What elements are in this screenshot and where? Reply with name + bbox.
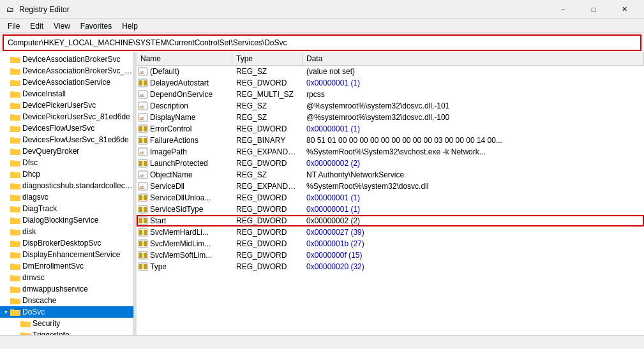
title-text: Registry Editor: [19, 5, 548, 14]
tree-item[interactable]: DialogBlockingService: [0, 214, 133, 226]
minimize-button[interactable]: −: [548, 0, 578, 19]
table-row[interactable]: TypeREG_DWORD0x00000020 (32): [137, 261, 644, 272]
menu-item-help[interactable]: Help: [117, 20, 143, 32]
svg-rect-53: [139, 80, 142, 85]
tree-item[interactable]: ▾DoSvc: [0, 306, 133, 318]
tree-item[interactable]: DiagTrack: [0, 203, 133, 214]
folder-icon: [10, 181, 20, 191]
svg-rect-83: [139, 218, 142, 223]
svg-rect-81: [144, 207, 147, 212]
svg-marker-0: [10, 57, 20, 63]
value-type: REG_SZ: [232, 170, 303, 179]
value-data: 0x00000001 (1): [303, 193, 644, 202]
value-data: 0x0000001b (27): [303, 239, 644, 248]
title-bar-buttons: − □ ✕: [548, 0, 639, 19]
menu-item-favorites[interactable]: Favorites: [75, 20, 117, 32]
table-row[interactable]: SvcMemHardLi...REG_DWORD0x00000027 (39): [137, 226, 644, 238]
tree-item[interactable]: DevicePickerUserSvc: [0, 100, 133, 111]
tree-item-label: DeviceInstall: [22, 89, 66, 98]
expand-icon: [3, 274, 9, 281]
tree-item[interactable]: Security: [0, 318, 133, 329]
svg-rect-87: [144, 230, 147, 235]
menu-item-view[interactable]: View: [49, 20, 75, 32]
expand-icon: [3, 182, 9, 189]
svg-marker-12: [10, 126, 20, 132]
table-row[interactable]: LaunchProtectedREG_DWORD0x00000002 (2): [137, 158, 644, 169]
tree-item[interactable]: Dhcp: [0, 168, 133, 180]
table-row[interactable]: DelayedAutostartREG_DWORD0x00000001 (1): [137, 77, 644, 89]
table-row[interactable]: SvcMemSoftLim...REG_DWORD0x0000000f (15): [137, 249, 644, 261]
expand-icon: [3, 228, 9, 235]
tree-item[interactable]: diagsvc: [0, 191, 133, 203]
table-row[interactable]: ServiceSidTypeREG_DWORD0x00000001 (1): [137, 204, 644, 215]
value-type-icon: [138, 78, 148, 88]
tree-item[interactable]: DevicesFlowUserSvc: [0, 123, 133, 134]
value-type-icon: ab: [138, 112, 148, 123]
expand-icon: [3, 137, 9, 143]
tree-item[interactable]: DeviceAssociationBrokerSvc_81ed6: [0, 65, 133, 77]
value-data: %SystemRoot%\System32\svchost.exe -k Net…: [303, 147, 644, 156]
tree-pane[interactable]: DeviceAssociationBrokerSvcDeviceAssociat…: [0, 52, 134, 335]
tree-item[interactable]: dmvsc: [0, 272, 133, 283]
table-row[interactable]: abImagePathREG_EXPAND_SZ%SystemRoot%\Sys…: [137, 146, 644, 158]
table-row[interactable]: ErrorControlREG_DWORD0x00000001 (1): [137, 123, 644, 135]
menu-item-file[interactable]: File: [3, 20, 25, 32]
tree-item-label: DmEnrollmentSvc: [22, 262, 84, 271]
folder-icon: [10, 158, 20, 168]
tree-item[interactable]: Dnscache: [0, 295, 133, 306]
table-row[interactable]: ServiceDllUnloa...REG_DWORD0x00000001 (1…: [137, 192, 644, 204]
table-row[interactable]: abObjectNameREG_SZNT Authority\NetworkSe…: [137, 169, 644, 181]
tree-item[interactable]: disk: [0, 226, 133, 237]
svg-marker-30: [10, 230, 20, 235]
tree-item[interactable]: DevicePickerUserSvc_81ed6de: [0, 111, 133, 123]
value-type: REG_SZ: [232, 101, 303, 110]
tree-item[interactable]: DeviceAssociationService: [0, 77, 133, 88]
folder-icon: [10, 226, 20, 237]
table-row[interactable]: ab(Default)REG_SZ(value not set): [137, 66, 644, 77]
svg-text:ab: ab: [139, 105, 144, 110]
tree-item[interactable]: dmwappushservice: [0, 283, 133, 295]
value-data: 0x00000020 (32): [303, 262, 644, 271]
value-data: @%systemroot%\system32\dosvc.dll,-101: [303, 101, 644, 110]
folder-icon: [20, 318, 31, 329]
tree-item[interactable]: DevicesFlowUserSvc_81ed6de: [0, 134, 133, 145]
value-data: rpcss: [303, 90, 644, 99]
value-name: (Default): [150, 67, 179, 76]
close-button[interactable]: ✕: [610, 0, 639, 19]
tree-item-label: DisplayEnhancementService: [22, 250, 120, 259]
maximize-button[interactable]: □: [579, 0, 608, 19]
values-pane[interactable]: Name Type Data ab(Default)REG_SZ(value n…: [137, 52, 644, 335]
table-row[interactable]: abDisplayNameREG_SZ@%systemroot%\system3…: [137, 112, 644, 123]
table-row[interactable]: abDescriptionREG_SZ@%systemroot%\system3…: [137, 100, 644, 112]
tree-item[interactable]: diagnosticshub.standardcollector.s: [0, 180, 133, 191]
value-type-icon: ab: [138, 101, 148, 111]
value-name-cell: abDisplayName: [137, 112, 232, 123]
table-row[interactable]: abDependOnServiceREG_MULTI_SZrpcss: [137, 89, 644, 100]
expand-icon: [3, 194, 9, 200]
tree-item[interactable]: DevQueryBroker: [0, 145, 133, 157]
value-type-icon: [138, 239, 148, 249]
tree-item[interactable]: TriggerInfo: [0, 329, 133, 335]
expand-icon: [3, 114, 9, 120]
tree-item[interactable]: DispBrokerDesktopSvc: [0, 237, 133, 249]
tree-item[interactable]: Dfsc: [0, 157, 133, 168]
header-name[interactable]: Name: [137, 52, 232, 65]
folder-icon: [10, 66, 20, 76]
tree-item[interactable]: DmEnrollmentSvc: [0, 260, 133, 272]
tree-item-label: DoSvc: [22, 308, 45, 316]
svg-text:ab: ab: [139, 93, 144, 98]
table-row[interactable]: abServiceDllREG_EXPAND_SZ%SystemRoot%\sy…: [137, 181, 644, 192]
value-name: ServiceSidType: [150, 205, 203, 214]
table-row[interactable]: StartREG_DWORD0x00000002 (2): [137, 215, 644, 226]
tree-item[interactable]: DeviceInstall: [0, 88, 133, 100]
tree-item-label: DevicePickerUserSvc_81ed6de: [22, 112, 130, 121]
tree-item[interactable]: DeviceAssociationBrokerSvc: [0, 54, 133, 65]
svg-rect-66: [144, 138, 147, 143]
table-row[interactable]: SvcMemMidLim...REG_DWORD0x0000001b (27): [137, 238, 644, 249]
header-data[interactable]: Data: [303, 52, 644, 65]
header-type[interactable]: Type: [232, 52, 303, 65]
value-type-icon: ab: [138, 170, 148, 180]
table-row[interactable]: FailureActionsREG_BINARY80 51 01 00 00 0…: [137, 135, 644, 146]
menu-item-edit[interactable]: Edit: [25, 20, 49, 32]
tree-item[interactable]: DisplayEnhancementService: [0, 249, 133, 260]
